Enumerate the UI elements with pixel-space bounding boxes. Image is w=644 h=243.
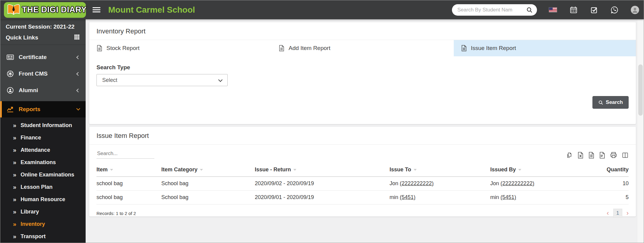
column-header-quantity[interactable]: Quantity [591, 164, 629, 177]
phone-number: (2222222222) [400, 180, 434, 186]
submenu-item-student-information[interactable]: »Student Information [0, 119, 86, 132]
cell-category: School bag [161, 177, 255, 191]
sort-caret-icon [293, 169, 296, 171]
excel-export-icon[interactable] [577, 152, 584, 159]
search-type-label: Search Type [96, 64, 629, 71]
scrollbar-thumb[interactable] [638, 64, 643, 116]
double-chevron-icon: » [13, 184, 16, 190]
chevron-left-icon [76, 55, 80, 59]
sidebar-item-certificate[interactable]: Certificate [0, 49, 86, 66]
sidebar-item-alumni[interactable]: Alumni [0, 82, 86, 99]
table-row[interactable]: school bag School bag 2020/09/01 - 2020/… [96, 191, 629, 204]
cell-issue-return: 2020/09/02 - 2020/09/19 [255, 177, 390, 191]
pagination: ‹ 1 › [607, 209, 629, 218]
chevron-left-icon [76, 89, 80, 92]
column-header-issue-return[interactable]: Issue - Return [255, 164, 390, 177]
table-header-row: Item Item Category Issue - Return Issue … [96, 164, 629, 177]
quick-links-grid-icon[interactable] [74, 34, 80, 42]
sidebar-item-label: Certificate [19, 54, 47, 61]
columns-icon[interactable] [622, 152, 629, 159]
double-chevron-icon: » [13, 172, 16, 178]
table-search-input[interactable] [96, 149, 154, 159]
double-chevron-icon: » [13, 233, 16, 239]
column-header-item-category[interactable]: Item Category [161, 164, 255, 177]
top-bar: THE DIGI DIARY Mount Carmel School [0, 0, 644, 19]
chevron-down-icon [218, 78, 223, 82]
tab-add-item-report[interactable]: Add Item Report [271, 40, 453, 56]
next-page-button[interactable]: › [627, 210, 629, 217]
pdf-export-icon[interactable] [599, 152, 605, 159]
column-header-issued-by[interactable]: Issued By [490, 164, 591, 177]
cell-issue-to: min (5451) [390, 191, 490, 204]
page-number-button[interactable]: 1 [613, 209, 622, 218]
issue-item-report-card: Issue Item Report [89, 127, 636, 217]
submenu-item-transport[interactable]: »Transport [0, 230, 86, 243]
document-icon [96, 45, 103, 51]
column-header-issue-to[interactable]: Issue To [390, 164, 490, 177]
sidebar-item-label: Front CMS [19, 70, 48, 77]
submenu-item-human-resource[interactable]: »Human Resource [0, 193, 86, 206]
sidebar-item-label: Alumni [19, 87, 38, 94]
double-chevron-icon: » [13, 147, 16, 153]
double-chevron-icon: » [13, 196, 16, 202]
report-tabs: Stock Report Add Item Report Issue Item … [89, 40, 636, 56]
submenu-item-inventory[interactable]: »Inventory [0, 218, 86, 230]
submenu-item-finance[interactable]: »Finance [0, 132, 86, 144]
tasks-check-icon[interactable] [589, 5, 598, 14]
issue-item-table: Item Item Category Issue - Return Issue … [96, 164, 629, 204]
tab-issue-item-report[interactable]: Issue Item Report [454, 40, 636, 56]
reports-chart-icon [6, 105, 14, 113]
cell-quantity: 10 [591, 177, 629, 191]
current-session-label: Current Session: 2021-22 [6, 23, 80, 30]
student-search[interactable] [452, 4, 537, 16]
submenu-item-attendance[interactable]: »Attendance [0, 144, 86, 156]
cell-quantity: 5 [591, 191, 629, 204]
search-button[interactable]: Search [592, 96, 629, 109]
search-icon[interactable] [526, 7, 533, 13]
cell-category: School bag [161, 191, 255, 204]
double-chevron-icon: » [13, 209, 16, 215]
cell-issued-by: min (5451) [490, 191, 591, 204]
csv-export-icon[interactable] [588, 152, 595, 159]
student-search-input[interactable] [457, 7, 526, 13]
tab-stock-report[interactable]: Stock Report [89, 40, 271, 56]
submenu-item-lesson-plan[interactable]: »Lesson Plan [0, 181, 86, 193]
chevron-left-icon [76, 72, 80, 76]
column-header-item[interactable]: Item [96, 164, 161, 177]
table-row[interactable]: school bag School bag 2020/09/02 - 2020/… [96, 177, 629, 191]
app-logo[interactable]: THE DIGI DIARY [4, 2, 86, 18]
export-toolbar [566, 151, 629, 159]
scrollbar[interactable] [637, 19, 644, 243]
main-content: Inventory Report Stock Report Add Item R… [86, 19, 644, 243]
session-block: Current Session: 2021-22 Quick Links [0, 19, 86, 45]
sort-caret-icon [518, 169, 521, 171]
user-avatar[interactable] [630, 5, 639, 14]
copy-icon[interactable] [566, 152, 573, 159]
language-flag-icon[interactable] [548, 5, 557, 14]
double-chevron-icon: » [13, 135, 16, 141]
phone-number: (5451) [400, 194, 415, 200]
whatsapp-icon[interactable] [610, 5, 619, 14]
page-title: Inventory Report [89, 22, 636, 40]
search-type-select[interactable]: Select [96, 74, 228, 86]
submenu-item-online-examinations[interactable]: »Online Examinations [0, 169, 86, 181]
sidebar: Current Session: 2021-22 Quick Links Cer… [0, 19, 86, 243]
hamburger-menu-icon[interactable] [93, 6, 100, 14]
submenu-item-examinations[interactable]: »Examinations [0, 156, 86, 169]
front-cms-icon [6, 70, 14, 78]
calendar-icon[interactable] [569, 5, 578, 14]
submenu-item-library[interactable]: »Library [0, 206, 86, 218]
topbar-actions [452, 4, 639, 16]
sort-caret-icon [110, 169, 113, 171]
search-type-value: Select [102, 77, 117, 83]
table-toolbar [89, 145, 636, 162]
print-icon[interactable] [610, 151, 617, 159]
double-chevron-icon: » [13, 122, 16, 128]
prev-page-button[interactable]: ‹ [607, 210, 609, 217]
section-title: Issue Item Report [89, 127, 636, 144]
sidebar-item-front-cms[interactable]: Front CMS [0, 66, 86, 82]
sidebar-item-reports[interactable]: Reports [0, 101, 86, 117]
cell-item: school bag [96, 191, 161, 204]
book-logo-icon [7, 4, 20, 16]
double-chevron-icon: » [13, 159, 16, 165]
